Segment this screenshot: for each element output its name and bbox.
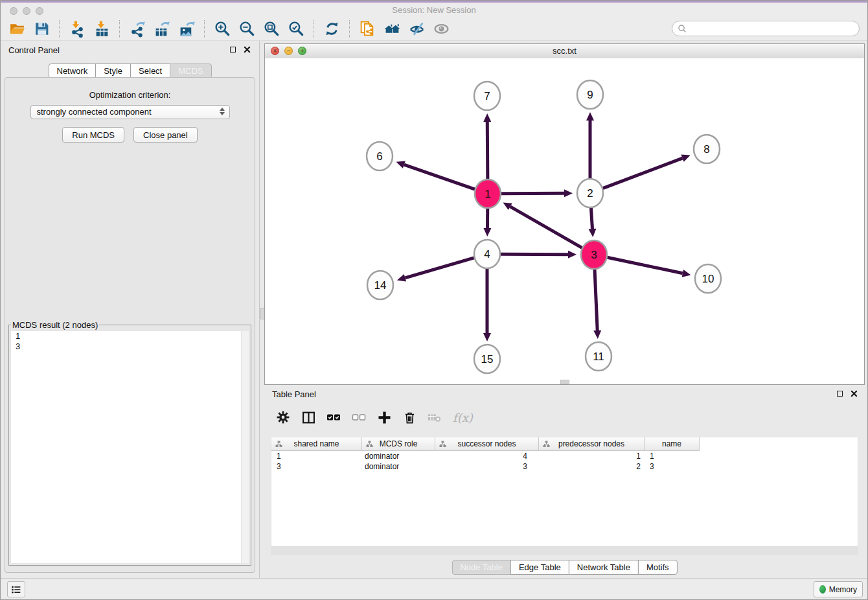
gear-icon (277, 411, 290, 424)
table-hscrollbar[interactable] (271, 547, 858, 555)
graph-edge[interactable] (501, 254, 568, 255)
cell-shared-name[interactable]: 3 (271, 462, 362, 471)
save-session-button[interactable] (29, 19, 54, 39)
birds-eye-view-button[interactable] (429, 19, 453, 39)
cell-shared-name[interactable]: 1 (271, 452, 362, 461)
close-icon (851, 390, 858, 397)
tab-style[interactable]: Style (95, 63, 131, 78)
column-header-successor-nodes[interactable]: successor nodes (435, 437, 539, 451)
run-mcds-button[interactable]: Run MCDS (62, 127, 124, 143)
search-box[interactable] (672, 21, 860, 36)
unselect-all-button[interactable] (352, 410, 366, 424)
cell-predecessor-nodes[interactable]: 1 (539, 452, 645, 461)
cell-predecessor-nodes[interactable]: 2 (539, 462, 645, 471)
select-all-button[interactable] (326, 410, 341, 424)
close-panel-button[interactable] (242, 45, 251, 54)
delete-column-button[interactable] (402, 410, 417, 424)
function-builder-button[interactable]: f(x) (453, 410, 473, 424)
graph-edge[interactable] (487, 122, 488, 180)
network-graph[interactable]: 7968124314101511 (265, 58, 865, 386)
graph-edge-arrowhead (483, 113, 491, 122)
add-column-button[interactable] (377, 410, 391, 424)
close-icon (244, 46, 251, 53)
network-maximize-button[interactable]: + (298, 47, 306, 55)
cell-successor-nodes[interactable]: 4 (435, 452, 539, 461)
import-table-button[interactable] (89, 19, 114, 39)
column-header-name[interactable]: name (645, 437, 700, 451)
graph-edge[interactable] (501, 193, 564, 194)
zoom-fit-button[interactable] (259, 19, 284, 39)
close-panel-action-button[interactable]: Close panel (133, 127, 198, 143)
graph-edge[interactable] (603, 158, 683, 188)
tab-node-table[interactable]: Node Table (451, 560, 511, 575)
network-canvas[interactable]: 7968124314101511 (265, 58, 864, 384)
criterion-dropdown[interactable]: strongly connected component (30, 105, 230, 119)
zoom-selected-button[interactable] (284, 19, 308, 39)
mcds-result-list[interactable]: 1 3 (11, 331, 249, 563)
float-panel-button[interactable] (228, 45, 237, 54)
hide-graphics-details-button[interactable] (404, 19, 429, 39)
float-icon (230, 47, 236, 52)
open-session-button[interactable] (5, 19, 29, 39)
column-header-shared-name[interactable]: shared name (271, 437, 362, 451)
show-columns-button[interactable] (301, 410, 315, 424)
delete-table-button[interactable] (428, 410, 442, 424)
cell-successor-nodes[interactable]: 3 (435, 462, 539, 471)
graph-edge-arrowhead (397, 274, 406, 282)
task-history-button[interactable] (7, 581, 25, 597)
graph-edge[interactable] (591, 207, 592, 229)
zoom-out-button[interactable] (234, 19, 259, 39)
graph-edge[interactable] (595, 268, 597, 330)
tab-network-table[interactable]: Network Table (569, 560, 639, 575)
network-minimize-button[interactable]: − (284, 47, 293, 55)
export-network-button[interactable] (125, 19, 150, 39)
graph-edge-arrowhead (588, 229, 596, 237)
search-input[interactable] (688, 22, 859, 35)
result-scrollbar[interactable] (241, 331, 249, 563)
zoom-fit-icon (263, 20, 280, 38)
cell-name[interactable]: 1 (645, 452, 700, 461)
mcds-panel: Optimization criterion: strongly connect… (5, 77, 255, 573)
cell-mcds-role[interactable]: dominator (362, 462, 435, 471)
zoom-window-button[interactable] (36, 7, 43, 15)
close-window-button[interactable] (10, 7, 17, 15)
memory-button[interactable]: Memory (814, 581, 863, 597)
tab-motifs[interactable]: Motifs (638, 560, 678, 575)
graph-edge[interactable] (405, 258, 474, 278)
refresh-icon (323, 20, 341, 38)
network-close-button[interactable]: × (271, 47, 279, 55)
table-row[interactable]: 3 dominator 3 2 3 (271, 461, 858, 472)
apply-layout-button[interactable] (319, 19, 344, 39)
import-network-button[interactable] (65, 19, 89, 39)
table-settings-button[interactable] (276, 410, 290, 424)
graph-edge[interactable] (404, 165, 475, 189)
zoom-in-button[interactable] (210, 19, 234, 39)
trash-icon (403, 411, 417, 424)
tab-mcds[interactable]: MCDS (170, 63, 211, 78)
tab-select[interactable]: Select (130, 63, 170, 78)
minimize-window-button[interactable] (23, 7, 30, 15)
close-table-panel-button[interactable] (849, 389, 858, 398)
tab-network[interactable]: Network (48, 63, 96, 78)
graph-edge[interactable] (510, 207, 582, 248)
export-table-button[interactable] (150, 19, 174, 39)
home-button[interactable] (380, 19, 404, 39)
tab-edge-table[interactable]: Edge Table (510, 560, 569, 575)
column-header-mcds-role[interactable]: MCDS role (362, 437, 435, 451)
cell-mcds-role[interactable]: dominator (362, 452, 435, 461)
column-header-predecessor-nodes[interactable]: predecessor nodes (539, 437, 645, 451)
canvas-grip[interactable] (560, 380, 569, 384)
cell-name[interactable]: 3 (645, 462, 700, 471)
table-header-row: shared name MCDS role successor nodes pr… (271, 437, 858, 451)
window-title: Session: New Session (1, 3, 867, 17)
network-window-titlebar[interactable]: × − + scc.txt (265, 44, 864, 59)
clone-network-button[interactable] (355, 19, 380, 39)
graph-edge-arrowhead (396, 161, 405, 168)
search-icon (676, 23, 688, 34)
toolbar-separator (314, 20, 314, 38)
table-row[interactable]: 1 dominator 4 1 1 (271, 451, 858, 461)
float-table-panel-button[interactable] (835, 389, 844, 398)
graph-edge[interactable] (608, 257, 683, 273)
export-image-button[interactable] (174, 19, 199, 39)
graph-node-label: 6 (376, 150, 382, 163)
